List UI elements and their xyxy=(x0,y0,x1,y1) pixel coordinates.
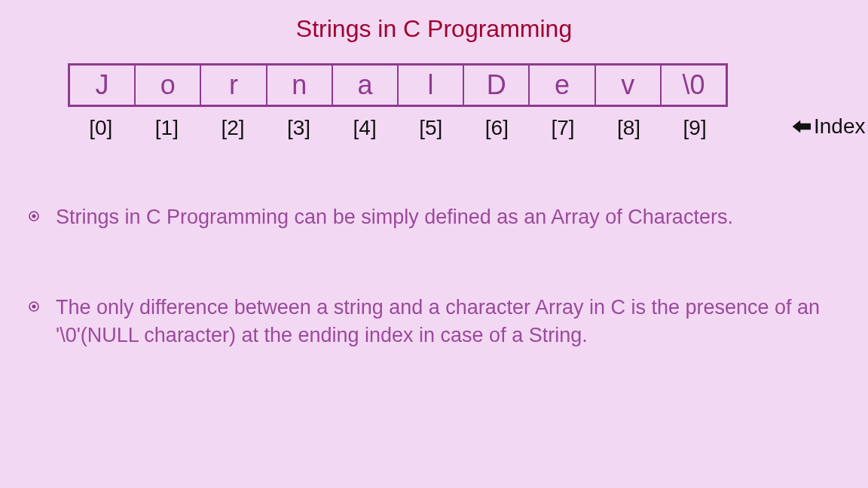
char-cell: l xyxy=(399,66,464,105)
bullet-text: Strings in C Programming can be simply d… xyxy=(56,203,733,230)
index-pointer: Index xyxy=(793,114,866,139)
char-cell: o xyxy=(136,66,201,105)
index-label-cell: [9] xyxy=(662,116,728,140)
char-cell: e xyxy=(530,66,595,105)
bullet-text: The only difference between a string and… xyxy=(56,294,827,349)
bullet-item: The only difference between a string and… xyxy=(29,294,827,349)
svg-point-3 xyxy=(32,305,36,309)
svg-point-1 xyxy=(32,215,36,218)
arrow-left-icon xyxy=(793,120,811,133)
index-label-cell: [8] xyxy=(596,116,662,140)
char-cell: n xyxy=(267,66,333,105)
char-cell: J xyxy=(70,66,136,105)
index-label-cell: [7] xyxy=(530,116,596,140)
char-cell: v xyxy=(596,66,662,105)
bullet-icon xyxy=(29,301,39,312)
page-title: Strings in C Programming xyxy=(0,0,868,43)
bullet-item: Strings in C Programming can be simply d… xyxy=(29,203,827,230)
bullet-icon xyxy=(29,211,39,221)
char-array-row: J o r n a l D e v \0 xyxy=(68,63,728,107)
index-label-cell: [2] xyxy=(200,116,266,140)
bullet-list: Strings in C Programming can be simply d… xyxy=(29,203,827,412)
index-label-cell: [4] xyxy=(332,116,398,140)
index-label-cell: [3] xyxy=(266,116,332,140)
char-cell: \0 xyxy=(662,66,726,105)
index-row: [0] [1] [2] [3] [4] [5] [6] [7] [8] [9] xyxy=(68,116,728,140)
index-label-cell: [6] xyxy=(464,116,530,140)
char-cell: a xyxy=(333,66,399,105)
char-cell: D xyxy=(464,66,530,105)
index-label-cell: [1] xyxy=(134,116,200,140)
char-cell: r xyxy=(201,66,267,105)
index-label-cell: [5] xyxy=(398,116,464,140)
index-label-cell: [0] xyxy=(68,116,134,140)
string-array-diagram: J o r n a l D e v \0 [0] [1] [2] [3] [4]… xyxy=(68,63,728,140)
index-text: Index xyxy=(814,114,866,139)
